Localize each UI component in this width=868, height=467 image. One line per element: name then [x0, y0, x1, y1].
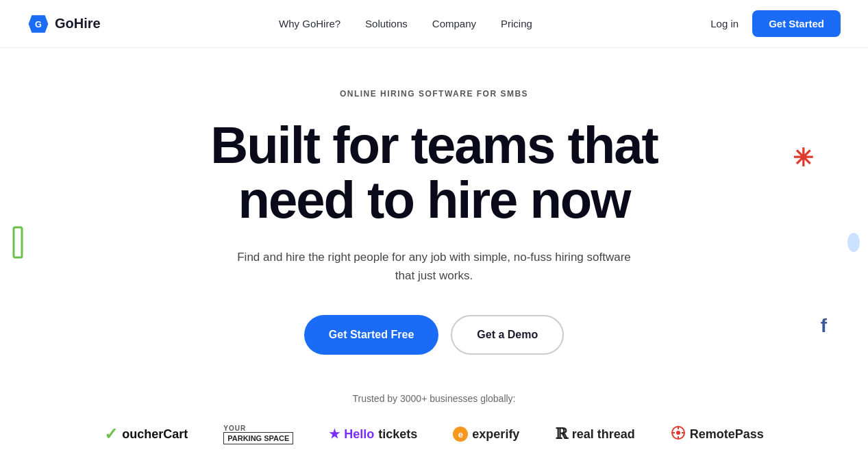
nav-cta-button[interactable]: Get Started: [752, 10, 841, 37]
svg-rect-2: [14, 227, 22, 257]
vouchercart-icon: ✓: [104, 425, 118, 444]
brand-realthread: ℝ real thread: [555, 425, 634, 443]
brand-logos-row: ✓ oucherCart YOUR PARKING SPACE ★ Hellot…: [27, 425, 841, 444]
logo-text: GoHire: [55, 16, 101, 31]
nav-item-company[interactable]: Company: [432, 18, 476, 30]
remotepass-label: RemotePass: [690, 427, 764, 442]
hero-tag: ONLINE HIRING SOFTWARE FOR SMBS: [27, 89, 841, 99]
navbar: G GoHire Why GoHire? Solutions Company P…: [0, 0, 868, 48]
nav-item-solutions[interactable]: Solutions: [365, 18, 408, 30]
hero-headline-line2: need to hire now: [238, 171, 630, 229]
brand-vouchercart: ✓ oucherCart: [104, 425, 188, 444]
svg-text:G: G: [35, 18, 42, 29]
nav-right: Log in Get Started: [710, 10, 841, 37]
experify-label: experify: [472, 427, 519, 442]
realthread-icon: ℝ: [555, 425, 567, 443]
logo[interactable]: G GoHire: [27, 13, 101, 35]
brand-experify: e experify: [453, 427, 519, 442]
svg-point-4: [676, 431, 680, 435]
get-started-free-button[interactable]: Get Started Free: [304, 315, 438, 355]
nav-links: Why GoHire? Solutions Company Pricing: [279, 18, 532, 30]
hero-subtext: Find and hire the right people for any j…: [229, 248, 640, 285]
hellotickets-label2: tickets: [378, 427, 417, 442]
brand-hellotickets: ★ Hellotickets: [329, 427, 417, 442]
vouchercart-label: oucherCart: [122, 427, 188, 442]
hellotickets-label: Hello: [344, 427, 374, 442]
brand-remotepass: RemotePass: [671, 425, 764, 444]
parkingspace-your: YOUR: [223, 425, 246, 432]
deco-bracket-icon: [12, 226, 33, 263]
deco-facebook-icon: f: [821, 315, 827, 337]
hero-section: ✳ f ONLINE HIRING SOFTWARE FOR SMBS Buil…: [0, 48, 868, 467]
deco-circle-icon: [847, 233, 860, 252]
nav-link-why[interactable]: Why GoHire?: [279, 18, 340, 29]
logo-icon: G: [27, 13, 49, 35]
experify-icon: e: [453, 427, 468, 442]
nav-item-why[interactable]: Why GoHire?: [279, 18, 340, 30]
nav-link-solutions[interactable]: Solutions: [365, 18, 408, 29]
nav-item-pricing[interactable]: Pricing: [501, 18, 532, 30]
realthread-label: real thread: [572, 427, 635, 442]
brand-parkingspace: YOUR PARKING SPACE: [223, 425, 293, 444]
hero-buttons: Get Started Free Get a Demo: [27, 315, 841, 355]
hellotickets-icon: ★: [329, 427, 340, 442]
get-demo-button[interactable]: Get a Demo: [451, 315, 564, 355]
parkingspace-label: PARKING SPACE: [223, 432, 293, 444]
remotepass-icon: [671, 425, 686, 444]
trusted-text: Trusted by 3000+ businesses globally:: [27, 393, 841, 404]
hero-headline: Built for teams that need to hire now: [174, 118, 695, 227]
nav-link-pricing[interactable]: Pricing: [501, 18, 532, 29]
login-link[interactable]: Log in: [710, 18, 739, 29]
nav-link-company[interactable]: Company: [432, 18, 476, 29]
deco-asterisk-icon: ✳: [793, 144, 813, 173]
hero-headline-line1: Built for teams that: [210, 116, 658, 174]
